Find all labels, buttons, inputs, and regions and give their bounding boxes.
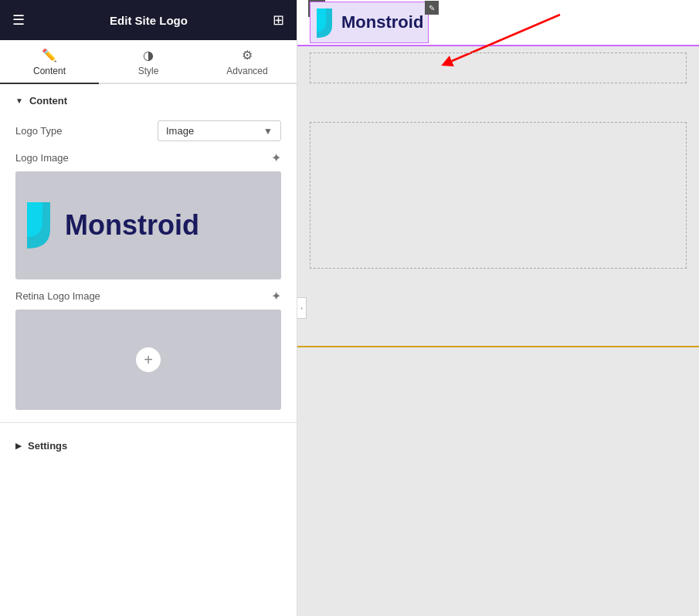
content-section-header[interactable]: ▼ Content [0, 84, 297, 114]
logo-image-dynamic-icon[interactable]: ✦ [271, 151, 281, 165]
retina-image-preview[interactable]: + [15, 310, 281, 410]
collapse-handle-button[interactable]: ‹ [297, 297, 307, 319]
canvas-dashed-box-mid [310, 122, 687, 269]
canvas-logo-text: Monstroid [341, 12, 423, 32]
yellow-divider-line [297, 346, 699, 347]
canvas-logo-container: ⊟ Monstroid ✎ [310, 2, 429, 43]
retina-logo-label: Retina Logo Image [15, 290, 100, 302]
logo-type-field: Logo Type Image ▼ [0, 114, 297, 147]
canvas-logo-wrapper[interactable]: Monstroid ✎ [310, 2, 429, 43]
retina-logo-field: Retina Logo Image ✦ + [0, 286, 297, 416]
panel-title: Edit Site Logo [110, 14, 188, 27]
content-arrow-icon: ▼ [15, 96, 23, 105]
panel-tabs: ✏️ Content ◑ Style ⚙ Advanced [0, 40, 297, 84]
retina-label-row: Retina Logo Image ✦ [15, 289, 281, 303]
logo-type-control: Image ▼ [158, 120, 281, 141]
settings-arrow-icon: ▶ [15, 442, 22, 450]
hamburger-icon[interactable]: ☰ [12, 12, 25, 29]
tab-advanced[interactable]: ⚙ Advanced [198, 40, 297, 83]
tab-advanced-icon: ⚙ [242, 48, 253, 63]
logo-image-label: Logo Image [15, 152, 69, 164]
canvas-dashed-box-top [310, 52, 687, 83]
select-arrow-icon: ▼ [263, 126, 273, 137]
section-divider [0, 422, 297, 423]
content-section-label: Content [29, 95, 67, 107]
grid-icon[interactable]: ⊞ [273, 12, 284, 29]
add-image-button[interactable]: + [136, 347, 161, 372]
logo-image-field: Logo Image ✦ Monstroid [0, 147, 297, 286]
logo-image-label-row: Logo Image ✦ [15, 151, 281, 165]
tab-style[interactable]: ◑ Style [99, 40, 198, 83]
canvas-top-bar: ⊟ Monstroid ✎ [297, 0, 699, 46]
logo-teal-svg [23, 195, 62, 256]
settings-section-header[interactable]: ▶ Settings [0, 429, 297, 462]
right-canvas: ⊟ Monstroid ✎ [297, 0, 699, 616]
tab-style-label: Style [138, 66, 159, 76]
logo-type-value: Image [166, 125, 194, 137]
logo-type-select[interactable]: Image ▼ [158, 120, 281, 141]
logo-preview-text: Monstroid [65, 209, 199, 242]
left-panel: ☰ Edit Site Logo ⊞ ✏️ Content ◑ Style ⚙ … [0, 0, 297, 616]
logo-image-preview[interactable]: Monstroid [15, 171, 281, 279]
edit-pencil-button[interactable]: ✎ [425, 1, 439, 15]
tab-content[interactable]: ✏️ Content [0, 40, 99, 83]
tab-advanced-label: Advanced [226, 66, 267, 76]
tab-content-icon: ✏️ [42, 48, 57, 63]
panel-header: ☰ Edit Site Logo ⊞ [0, 0, 297, 40]
canvas-content-area [297, 46, 699, 287]
tab-style-icon: ◑ [143, 48, 154, 63]
logo-type-label: Logo Type [15, 125, 158, 137]
canvas-logo-svg [315, 5, 338, 39]
settings-section-label: Settings [28, 440, 67, 452]
panel-body: ▼ Content Logo Type Image ▼ Logo Image ✦ [0, 84, 297, 616]
retina-dynamic-icon[interactable]: ✦ [271, 289, 281, 303]
tab-content-label: Content [33, 66, 66, 76]
